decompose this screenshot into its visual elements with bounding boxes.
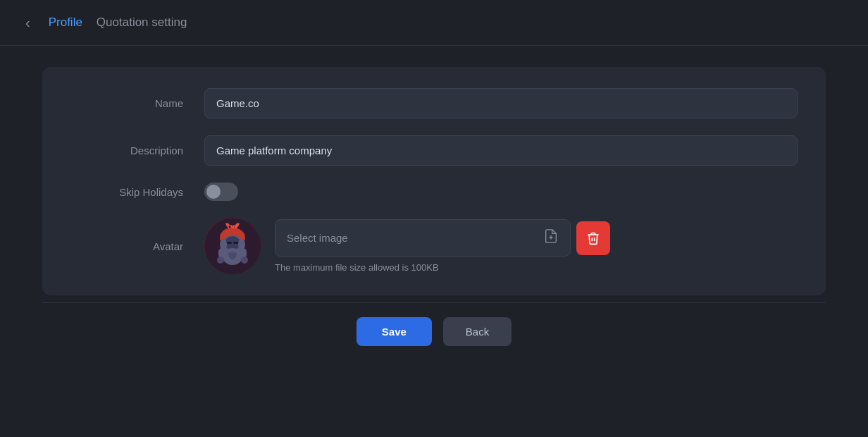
tab-quotation[interactable]: Quotation setting xyxy=(97,13,187,32)
name-label: Name xyxy=(70,97,183,109)
svg-rect-4 xyxy=(227,242,232,244)
skip-holidays-label: Skip Holidays xyxy=(70,186,183,198)
select-image-placeholder: Select image xyxy=(287,232,348,244)
description-input[interactable] xyxy=(204,135,798,166)
top-nav: ‹ Profile Quotation setting xyxy=(0,0,868,46)
footer-actions: Save Back xyxy=(42,303,826,360)
file-size-hint: The maximum file size allowed is 100KB xyxy=(275,262,610,273)
avatar-section: Select image xyxy=(204,218,610,274)
description-row: Description xyxy=(70,135,798,166)
avatar-right-section: Select image xyxy=(275,219,610,273)
select-image-input[interactable]: Select image xyxy=(275,219,571,257)
avatar-row: Avatar xyxy=(70,218,798,274)
save-button[interactable]: Save xyxy=(356,317,432,346)
avatar-input-row: Select image xyxy=(275,219,610,257)
svg-point-11 xyxy=(217,257,224,264)
skip-holidays-row: Skip Holidays xyxy=(70,183,798,201)
delete-avatar-button[interactable] xyxy=(576,221,610,255)
toggle-track xyxy=(204,183,238,201)
form-card: Name Description Skip Holidays Avatar xyxy=(42,67,826,295)
back-arrow-button[interactable]: ‹ xyxy=(21,15,35,31)
toggle-thumb xyxy=(206,185,221,199)
skip-holidays-toggle[interactable] xyxy=(204,183,238,201)
svg-point-12 xyxy=(241,257,248,264)
avatar-image xyxy=(204,218,261,274)
description-label: Description xyxy=(70,144,183,156)
name-input[interactable] xyxy=(204,88,798,118)
name-row: Name xyxy=(70,88,798,118)
back-button[interactable]: Back xyxy=(443,317,512,346)
file-add-icon xyxy=(543,228,559,247)
svg-rect-5 xyxy=(233,242,238,244)
tab-profile[interactable]: Profile xyxy=(49,13,82,32)
avatar-label: Avatar xyxy=(70,240,183,252)
main-content: Name Description Skip Holidays Avatar xyxy=(0,46,868,437)
trash-icon xyxy=(586,231,600,245)
